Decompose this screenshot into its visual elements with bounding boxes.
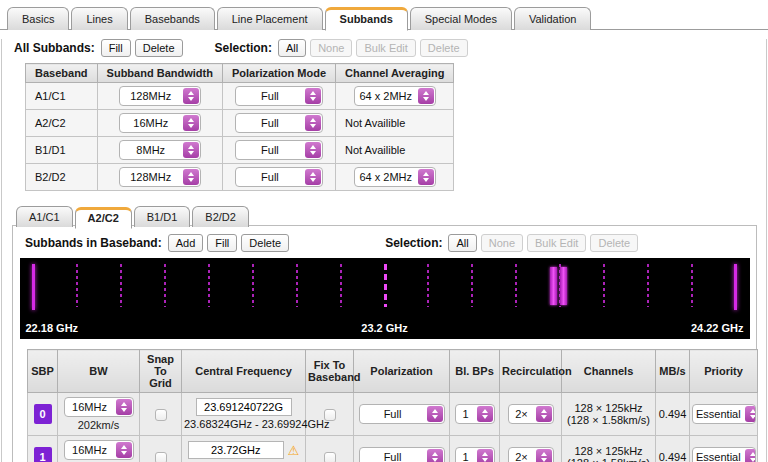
col-recirculation: Recirculation xyxy=(500,350,562,393)
channel-averaging-select[interactable]: 64 x 2MHz xyxy=(354,86,436,106)
snap-to-grid-checkbox[interactable] xyxy=(155,452,167,462)
select-stepper-icon xyxy=(418,88,434,104)
table-row: A2/C2 16MHz Full Not Availible xyxy=(26,110,454,137)
sbp-badge[interactable]: 0 xyxy=(34,404,52,424)
select-stepper-icon xyxy=(745,406,756,422)
recirculation-select[interactable]: 2× xyxy=(508,447,554,462)
selection-label: Selection: xyxy=(385,236,442,250)
col-priority: Priority xyxy=(690,350,758,393)
baseband-name: A2/C2 xyxy=(26,110,98,137)
spectrum-max-label: 24.22 GHz xyxy=(691,322,744,334)
subband-marker-1[interactable] xyxy=(560,267,567,305)
bandwidth-select[interactable]: 8MHz xyxy=(119,140,201,160)
polarization-mode-select[interactable]: Full xyxy=(235,140,323,160)
tab-basics[interactable]: Basics xyxy=(7,7,69,30)
central-frequency-input[interactable] xyxy=(196,398,292,416)
subbands-panel: All Subbands: Fill Delete Selection: All… xyxy=(1,39,767,462)
select-stepper-icon xyxy=(745,449,756,462)
baseband-name: B2/D2 xyxy=(26,164,98,191)
select-stepper-icon xyxy=(305,115,321,131)
tab-subbands[interactable]: Subbands xyxy=(325,7,408,31)
select-stepper-icon xyxy=(427,449,443,462)
bw-select[interactable]: 16MHz xyxy=(64,397,134,417)
table-row: B1/D1 8MHz Full Not Availible xyxy=(26,137,454,164)
spectrum-center-label: 23.2 GHz xyxy=(20,322,750,334)
select-stepper-icon xyxy=(183,169,199,185)
select-stepper-icon xyxy=(116,442,132,458)
table-row: 0 16MHz 202km/s 23.68324GHz - 23.69924GH… xyxy=(28,393,758,436)
bandwidth-select[interactable]: 128MHz xyxy=(119,167,201,187)
spectrum-gridline xyxy=(515,264,517,307)
tab-special-modes[interactable]: Special Modes xyxy=(410,7,512,30)
fix-to-baseband-checkbox[interactable] xyxy=(324,409,336,421)
subtab-b1d1[interactable]: B1/D1 xyxy=(134,206,191,227)
sbp-badge[interactable]: 1 xyxy=(34,447,52,462)
col-subband-bandwidth: Subband Bandwidth xyxy=(97,64,222,83)
select-stepper-icon xyxy=(418,169,434,185)
fix-to-baseband-checkbox[interactable] xyxy=(324,452,336,462)
spectrum-gridline xyxy=(691,264,693,307)
subband-marker-0[interactable] xyxy=(550,267,557,305)
channels-label: 128 × 125kHz xyxy=(564,402,653,414)
tab-validation[interactable]: Validation xyxy=(514,7,592,30)
select-stepper-icon xyxy=(183,115,199,131)
select-stepper-icon xyxy=(305,142,321,158)
select-stepper-icon xyxy=(183,142,199,158)
polarization-select[interactable]: Full xyxy=(359,447,445,462)
table-row: B2/D2 128MHz Full 64 x 2MHz xyxy=(26,164,454,191)
polarization-mode-select[interactable]: Full xyxy=(235,167,323,187)
subband-selection-none-button: None xyxy=(481,234,523,252)
central-frequency-input[interactable] xyxy=(188,441,284,459)
table-row: 1 16MHz 202km/s ⚠ 23.712GHz - 23.728GHz xyxy=(28,436,758,462)
all-subbands-delete-button[interactable]: Delete xyxy=(135,39,183,57)
subtab-a2c2[interactable]: A2/C2 xyxy=(75,207,132,229)
tab-basebands[interactable]: Basebands xyxy=(130,7,215,30)
subbands-in-baseband-label: Subbands in Baseband: xyxy=(25,236,162,250)
select-stepper-icon xyxy=(536,406,552,422)
selection-none-button: None xyxy=(310,39,352,57)
spectrum-gridline xyxy=(208,264,210,307)
col-polarization-mode: Polarization Mode xyxy=(222,64,335,83)
snap-to-grid-checkbox[interactable] xyxy=(155,409,167,421)
table-row: A1/C1 128MHz Full 64 x 2MHz xyxy=(26,83,454,110)
tab-lines[interactable]: Lines xyxy=(71,7,127,30)
mbs-value: 0.494 xyxy=(656,393,690,436)
selection-all-button[interactable]: All xyxy=(278,39,306,57)
select-stepper-icon xyxy=(477,449,493,462)
spectrum-canvas[interactable]: 22.18 GHz 23.2 GHz 24.22 GHz xyxy=(20,258,750,339)
select-stepper-icon xyxy=(183,88,199,104)
spectrum-center-gridline xyxy=(384,264,387,307)
subband-delete-button[interactable]: Delete xyxy=(241,234,289,252)
tab-line-placement[interactable]: Line Placement xyxy=(217,7,323,30)
polarization-select[interactable]: Full xyxy=(359,404,445,424)
selection-delete-button: Delete xyxy=(420,39,468,57)
subband-selection-all-button[interactable]: All xyxy=(448,234,476,252)
bw-select[interactable]: 16MHz xyxy=(64,440,134,460)
all-subbands-fill-button[interactable]: Fill xyxy=(101,39,131,57)
subtab-b2d2[interactable]: B2/D2 xyxy=(192,206,249,227)
subtab-a1c1[interactable]: A1/C1 xyxy=(16,206,73,227)
spectrum-gridline xyxy=(603,264,605,307)
select-stepper-icon xyxy=(477,406,493,422)
polarization-mode-select[interactable]: Full xyxy=(235,86,323,106)
polarization-mode-select[interactable]: Full xyxy=(235,113,323,133)
subband-fill-button[interactable]: Fill xyxy=(207,234,237,252)
bandwidth-select[interactable]: 128MHz xyxy=(119,86,201,106)
priority-select[interactable]: Essential xyxy=(692,404,756,424)
bl-bps-select[interactable]: 1 xyxy=(455,404,495,424)
all-subbands-controls: All Subbands: Fill Delete Selection: All… xyxy=(14,39,766,57)
col-channel-averaging: Channel Averaging xyxy=(336,64,454,83)
subband-header-row: SBP BW Snap To Grid Central Frequency Fi… xyxy=(28,350,758,393)
subband-add-button[interactable]: Add xyxy=(168,234,204,252)
subbands-in-baseband-controls: Subbands in Baseband: Add Fill Delete Se… xyxy=(25,234,756,252)
app-window: Basics Lines Basebands Line Placement Su… xyxy=(0,0,768,462)
spectrum-gridline xyxy=(340,264,342,307)
baseband-name: B1/D1 xyxy=(26,137,98,164)
channel-averaging-select[interactable]: 64 x 2MHz xyxy=(354,167,436,187)
bandwidth-select[interactable]: 16MHz xyxy=(119,113,201,133)
col-fix-to-baseband: Fix To Baseband xyxy=(306,350,354,393)
priority-select[interactable]: Essential xyxy=(692,447,756,462)
recirculation-select[interactable]: 2× xyxy=(508,404,554,424)
bl-bps-select[interactable]: 1 xyxy=(455,447,495,462)
spectrum-gridline xyxy=(296,264,298,307)
